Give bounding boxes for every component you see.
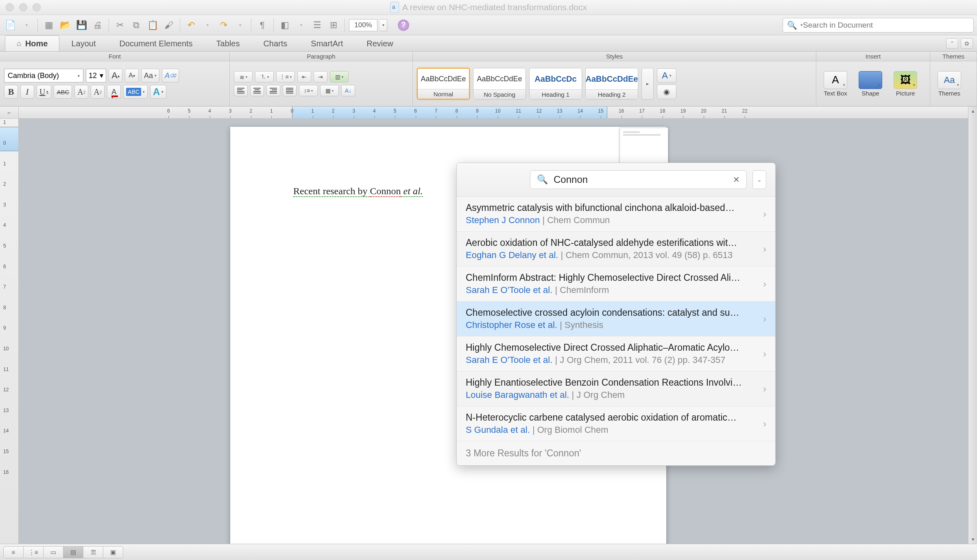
result-item[interactable]: Highly Chemoselective Direct Crossed Ali…: [457, 336, 775, 371]
text-effects-button[interactable]: A: [150, 85, 166, 99]
view-publishing-button[interactable]: ▭: [43, 546, 63, 558]
new-doc-dropdown-icon[interactable]: ▾: [20, 18, 33, 32]
bold-button[interactable]: B: [4, 85, 18, 99]
shape-button[interactable]: Shape: [855, 69, 886, 98]
justify-button[interactable]: [283, 85, 297, 96]
open-template-icon[interactable]: ▦: [42, 18, 56, 32]
zoom-dropdown-icon[interactable]: ▾: [380, 19, 387, 31]
font-color-button[interactable]: A: [107, 85, 121, 99]
result-item[interactable]: Highly Enantioselective Benzoin Condensa…: [457, 371, 775, 406]
result-item[interactable]: N-Heterocyclic carbene catalysed aerobic…: [457, 406, 775, 441]
print-icon[interactable]: 🖨: [91, 18, 105, 32]
change-case-button[interactable]: Aa: [141, 69, 159, 82]
redo-icon[interactable]: ↷: [217, 18, 231, 32]
show-formatting-icon[interactable]: ¶: [255, 18, 269, 32]
result-item[interactable]: ChemInform Abstract: Highly Chemoselecti…: [457, 267, 775, 302]
popup-search-input[interactable]: [554, 174, 727, 185]
ribbon-settings-icon[interactable]: ✿: [961, 38, 973, 49]
result-item[interactable]: Asymmetric catalysis with bifunctional c…: [457, 197, 775, 232]
view-outline-button[interactable]: ⋮≡: [23, 546, 44, 558]
result-item[interactable]: Chemoselective crossed acyloin condensat…: [457, 302, 775, 336]
superscript-button[interactable]: A2: [74, 85, 88, 99]
view-print-layout-button[interactable]: ▤: [63, 546, 83, 558]
close-window-icon[interactable]: [6, 3, 14, 11]
multilevel-list-button[interactable]: ⋮≡: [276, 71, 295, 82]
shading-button[interactable]: ▦: [320, 85, 339, 96]
collapse-ribbon-icon[interactable]: ⌃: [946, 38, 958, 49]
highlight-color-button[interactable]: ABC: [123, 85, 148, 99]
style-card[interactable]: AaBbCcDdEeNo Spacing: [473, 68, 526, 100]
help-icon[interactable]: ?: [398, 20, 409, 31]
sidebar-icon[interactable]: ◧: [278, 18, 292, 32]
styles-gallery-next-icon[interactable]: ▸: [641, 68, 654, 100]
columns-button[interactable]: ▥: [330, 71, 349, 82]
search-document-field[interactable]: 🔍 ▾: [783, 18, 974, 33]
picture-button[interactable]: 🖼 Picture: [890, 69, 921, 98]
tab-review[interactable]: Review: [355, 35, 405, 51]
bullets-button[interactable]: ≣: [234, 71, 253, 82]
minimize-window-icon[interactable]: [19, 3, 27, 11]
search-document-input[interactable]: [803, 21, 969, 30]
align-right-button[interactable]: [266, 85, 280, 96]
textbox-button[interactable]: A Text Box: [820, 69, 851, 98]
save-icon[interactable]: 💾: [74, 18, 88, 32]
underline-button[interactable]: U: [37, 85, 51, 99]
line-spacing-button[interactable]: ↕≡: [299, 85, 318, 96]
view-focus-button[interactable]: ▣: [103, 546, 123, 558]
result-item[interactable]: Aerobic oxidation of NHC-catalysed aldeh…: [457, 232, 775, 267]
tab-stop-selector[interactable]: ⌐: [0, 106, 19, 118]
new-doc-icon[interactable]: 📄: [3, 18, 17, 32]
media-icon[interactable]: ⊞: [327, 18, 340, 32]
tab-home[interactable]: ⌂Home: [5, 35, 59, 51]
horizontal-ruler[interactable]: 6543210123456789101112131415161718192021…: [19, 106, 977, 118]
align-left-button[interactable]: [234, 85, 248, 96]
tab-smartart[interactable]: SmartArt: [299, 35, 355, 51]
vertical-ruler[interactable]: 1012345678910111213141516: [0, 119, 19, 544]
font-name-selector[interactable]: Cambria (Body)▾: [4, 69, 83, 82]
popup-search-options-icon[interactable]: ⌄: [752, 170, 766, 189]
redo-dropdown-icon[interactable]: ▾: [233, 18, 247, 32]
format-painter-icon[interactable]: 🖌: [162, 18, 176, 32]
increase-indent-button[interactable]: ⇥: [314, 71, 327, 82]
view-draft-button[interactable]: ≡: [3, 546, 24, 558]
tab-tables[interactable]: Tables: [205, 35, 252, 51]
decrease-indent-button[interactable]: ⇤: [297, 71, 311, 82]
undo-icon[interactable]: ↶: [184, 18, 198, 32]
undo-dropdown-icon[interactable]: ▾: [201, 18, 214, 32]
scroll-down-icon[interactable]: ▾: [968, 535, 977, 544]
shrink-font-button[interactable]: A▾: [125, 69, 139, 82]
sort-button[interactable]: A↓: [341, 85, 355, 96]
more-results[interactable]: 3 More Results for 'Connon': [457, 441, 775, 465]
numbering-button[interactable]: ⒈: [255, 71, 274, 82]
view-notebook-button[interactable]: ☰: [83, 546, 103, 558]
style-card[interactable]: AaBbCcDdEeHeading 2: [585, 68, 638, 100]
popup-search-box[interactable]: 🔍 ✕: [530, 170, 747, 189]
scroll-up-icon[interactable]: ▴: [968, 106, 977, 115]
cut-icon[interactable]: ✂: [113, 18, 127, 32]
change-styles-button[interactable]: A: [657, 68, 676, 83]
strikethrough-button[interactable]: ABC: [54, 85, 72, 99]
tab-layout[interactable]: Layout: [59, 35, 107, 51]
document-text[interactable]: Recent research by Connon et al.: [293, 186, 423, 197]
open-icon[interactable]: 📂: [58, 18, 72, 32]
toolbox-icon[interactable]: ☰: [310, 18, 324, 32]
italic-button[interactable]: I: [20, 85, 34, 99]
tab-charts[interactable]: Charts: [251, 35, 299, 51]
copy-icon[interactable]: ⧉: [129, 18, 143, 32]
vertical-scrollbar[interactable]: ▴ ▾: [968, 106, 977, 544]
zoom-value[interactable]: 100%: [349, 19, 377, 31]
clear-search-icon[interactable]: ✕: [733, 175, 740, 184]
font-size-selector[interactable]: 12▾: [86, 69, 106, 82]
style-card[interactable]: AaBbCcDcHeading 1: [529, 68, 582, 100]
tab-document-elements[interactable]: Document Elements: [108, 35, 205, 51]
themes-button[interactable]: Aa Themes: [933, 69, 965, 98]
align-center-button[interactable]: [250, 85, 264, 96]
zoom-window-icon[interactable]: [33, 3, 41, 11]
paste-icon[interactable]: 📋: [146, 18, 159, 32]
style-card[interactable]: AaBbCcDdEeNormal: [417, 68, 470, 100]
sidebar-dropdown-icon[interactable]: ▾: [294, 18, 308, 32]
subscript-button[interactable]: A2: [91, 85, 105, 99]
grow-font-button[interactable]: A▴: [109, 69, 122, 82]
styles-pane-button[interactable]: ◉: [657, 85, 676, 99]
clear-formatting-button[interactable]: A⌫: [162, 69, 179, 82]
